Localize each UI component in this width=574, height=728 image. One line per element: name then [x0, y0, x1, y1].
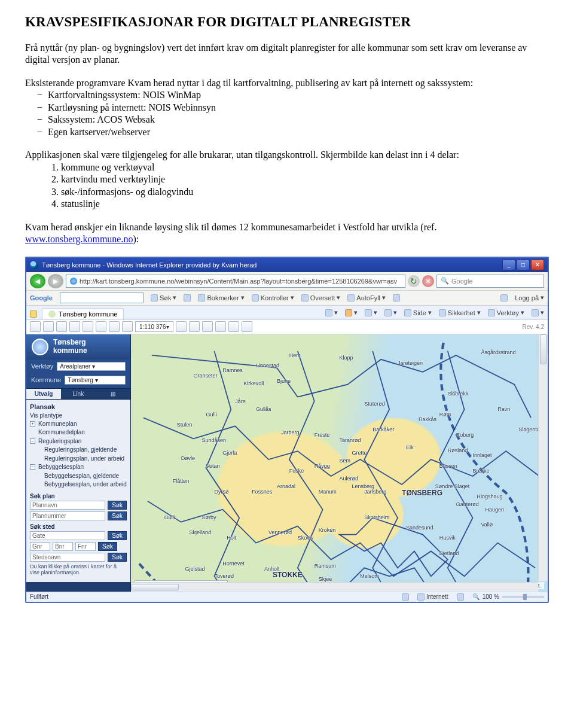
- address-bar[interactable]: http://kart.tonsberg.kommune.no/webinnsy…: [66, 275, 405, 288]
- tree-item-label: Reguleringsplan, gjeldende: [44, 446, 117, 453]
- map-tool-icon[interactable]: [242, 321, 252, 332]
- map-tool-icon[interactable]: [228, 321, 239, 332]
- plantype-tree-item[interactable]: +Kommuneplan: [30, 420, 127, 429]
- map-place-label: Grette: [352, 450, 367, 456]
- browser-statusbar: Fullført Internett 🔍100 %: [26, 592, 548, 602]
- mail-button[interactable]: ▾: [365, 309, 377, 316]
- sok-sted-header: Søk sted: [30, 523, 127, 530]
- google-toolbar-item[interactable]: Bokmerker ▾: [198, 294, 244, 301]
- gnr-input[interactable]: Gnr: [30, 542, 50, 551]
- tree-expand-icon[interactable]: +: [30, 421, 35, 427]
- plantype-tree-item[interactable]: Reguleringsplan, under arbeid: [30, 455, 127, 464]
- search-icon: [151, 294, 158, 301]
- sok-button[interactable]: Søk: [108, 531, 127, 540]
- sok-button[interactable]: Søk: [98, 542, 117, 551]
- plannavn-input[interactable]: Plannavn: [30, 501, 105, 510]
- tab-row: Tønsberg kommune ▾ ▾ ▾ ▾ Side ▾ Sikkerhe…: [26, 306, 548, 320]
- google-toolbar-item[interactable]: Kontroller ▾: [252, 294, 294, 301]
- gate-input[interactable]: Gate: [30, 531, 105, 540]
- google-toolbar-item[interactable]: AutoFyll ▾: [347, 294, 386, 301]
- minimize-button[interactable]: _: [502, 260, 515, 270]
- paragraph-intro: Frå nyttår (ny plan- og bygningslov) ver…: [25, 42, 549, 66]
- google-toolbar-item[interactable]: [393, 294, 400, 301]
- zoom-control[interactable]: 🔍100 %: [472, 593, 544, 600]
- tab-link[interactable]: Link: [61, 389, 96, 399]
- map-place-label: Vetan: [206, 463, 219, 469]
- plannummer-input[interactable]: Plannummer: [30, 511, 105, 520]
- print-button[interactable]: ▾: [384, 309, 397, 316]
- sok-button[interactable]: Søk: [108, 511, 127, 520]
- map-pane[interactable]: HemKloppLinnestadGranseterRamnesKirkevol…: [131, 334, 548, 592]
- gear-icon: [488, 309, 495, 316]
- map-place-label: Skotsheim: [364, 514, 389, 520]
- safety-menu[interactable]: Sikkerhet ▾: [439, 309, 481, 316]
- google-signin[interactable]: Logg på ▾: [515, 294, 544, 301]
- map-tool-icon[interactable]: [109, 321, 120, 332]
- plantype-tree-item[interactable]: −Reguleringsplan: [30, 437, 127, 446]
- google-toolbar-item[interactable]: Søk ▾: [151, 294, 177, 301]
- plantype-tree-item[interactable]: Bebyggelsesplan, under arbeid: [30, 480, 127, 489]
- close-window-button[interactable]: ×: [531, 260, 544, 270]
- fnr-input[interactable]: Fnr: [75, 542, 96, 551]
- stedsnavn-input[interactable]: Stedsnavn: [30, 553, 105, 562]
- map-horizontal-scrollbar[interactable]: [131, 582, 538, 592]
- map-tool-icon[interactable]: [30, 321, 41, 332]
- page-menu[interactable]: Side ▾: [404, 309, 432, 316]
- map-place-label: Melsom: [360, 573, 379, 579]
- favorites-star-icon[interactable]: [30, 310, 37, 319]
- tools-menu[interactable]: Verktøy ▾: [488, 309, 524, 316]
- existing-software-list: Kartforvaltningssystem: NOIS WinMap Kart…: [25, 89, 549, 138]
- map-tool-icon[interactable]: [69, 321, 80, 332]
- map-tool-icon[interactable]: [189, 321, 200, 332]
- plantype-tree-item[interactable]: Bebyggelsesplan, gjeldende: [30, 472, 127, 481]
- map-tool-icon[interactable]: [176, 321, 187, 332]
- nav-back-button[interactable]: ◄: [30, 274, 45, 288]
- scale-select[interactable]: 1:110 376 ▾: [135, 321, 173, 332]
- map-tool-icon[interactable]: [83, 321, 93, 332]
- map-tool-icon[interactable]: [43, 321, 54, 332]
- map-place-label: Ramsum: [315, 563, 336, 569]
- google-search-input[interactable]: [60, 293, 144, 303]
- tool-select[interactable]: Arealplaner ▾: [57, 362, 126, 371]
- map-tool-icon[interactable]: [96, 321, 106, 332]
- map-place-label: Taranrød: [340, 437, 361, 443]
- map-place-label: Rakkås: [419, 416, 436, 422]
- sok-button[interactable]: Søk: [108, 553, 127, 562]
- feed-button[interactable]: ▾: [345, 309, 358, 316]
- bnr-input[interactable]: Bnr: [53, 542, 73, 551]
- map-tool-icon[interactable]: [202, 321, 213, 332]
- plantype-tree-item[interactable]: −Bebyggelsesplan: [30, 463, 127, 472]
- map-tool-icon[interactable]: [122, 321, 133, 332]
- plantype-tree: +KommuneplanKommunedelplan−Reguleringspl…: [30, 420, 127, 489]
- nav-forward-button[interactable]: ►: [48, 274, 63, 288]
- google-toolbar-item[interactable]: [184, 294, 191, 301]
- refresh-button[interactable]: ↻: [408, 275, 420, 287]
- maximize-button[interactable]: □: [517, 260, 530, 270]
- home-button[interactable]: ▾: [325, 309, 338, 316]
- map-application: 1:110 376 ▾ Rev. 4.2 Tønsberg kommune Ve…: [26, 320, 548, 592]
- tree-expand-icon[interactable]: −: [30, 438, 35, 444]
- help-button[interactable]: ▾: [532, 309, 544, 316]
- plantype-tree-item[interactable]: Reguleringsplan, gjeldende: [30, 446, 127, 455]
- sok-button[interactable]: Søk: [108, 501, 127, 510]
- map-place-label: Røm: [439, 412, 451, 418]
- tab-tonsberg[interactable]: Tønsberg kommune: [42, 308, 124, 319]
- tab-utvalg[interactable]: Utvalg: [26, 389, 61, 399]
- map-place-label: Gjelstad: [185, 566, 205, 572]
- kommune-select[interactable]: Tønsberg ▾: [65, 376, 126, 385]
- map-tool-icon[interactable]: [215, 321, 226, 332]
- map-vertical-scrollbar[interactable]: [538, 334, 548, 581]
- reference-link[interactable]: www.tonsberg.kommune.no: [25, 234, 133, 244]
- kommune-label: Kommune: [31, 376, 61, 383]
- list-item: statuslinje: [61, 198, 549, 210]
- map-toolbar: 1:110 376 ▾ Rev. 4.2: [26, 320, 548, 334]
- tab-extra[interactable]: ⊞: [96, 389, 130, 399]
- tree-expand-icon[interactable]: −: [30, 464, 35, 470]
- browser-search-input[interactable]: 🔍Google: [436, 275, 544, 288]
- map-tool-icon[interactable]: [56, 321, 67, 332]
- map-place-label: Holt: [227, 535, 236, 541]
- stop-button[interactable]: ×: [422, 275, 434, 287]
- google-toolbar-item[interactable]: Oversett ▾: [301, 294, 341, 301]
- plantype-tree-item[interactable]: Kommunedelplan: [30, 428, 127, 437]
- google-wrench-icon[interactable]: [500, 294, 508, 301]
